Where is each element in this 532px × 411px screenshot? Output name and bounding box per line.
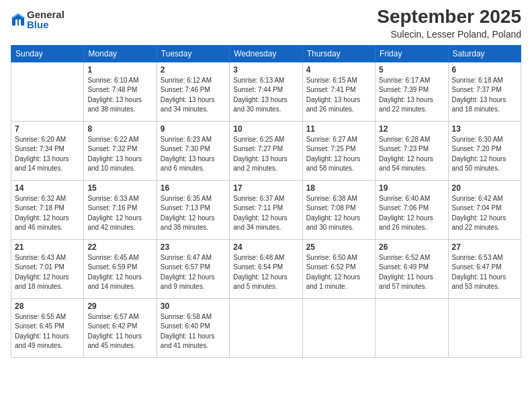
table-row: 10Sunrise: 6:25 AM Sunset: 7:27 PM Dayli… <box>230 121 302 180</box>
day-number: 19 <box>379 183 444 193</box>
table-row: 23Sunrise: 6:47 AM Sunset: 6:57 PM Dayli… <box>157 239 229 298</box>
day-info: Sunrise: 6:17 AM Sunset: 7:39 PM Dayligh… <box>379 76 444 115</box>
calendar-week-row: 7Sunrise: 6:20 AM Sunset: 7:34 PM Daylig… <box>11 121 521 180</box>
calendar-header-row: Sunday Monday Tuesday Wednesday Thursday… <box>11 45 521 62</box>
header: General Blue September 2025 Sulecin, Les… <box>11 7 521 40</box>
col-tuesday: Tuesday <box>157 45 229 62</box>
col-thursday: Thursday <box>302 45 375 62</box>
day-number: 27 <box>452 242 517 252</box>
table-row: 5Sunrise: 6:17 AM Sunset: 7:39 PM Daylig… <box>375 62 448 121</box>
day-info: Sunrise: 6:38 AM Sunset: 7:08 PM Dayligh… <box>306 194 371 233</box>
table-row: 3Sunrise: 6:13 AM Sunset: 7:44 PM Daylig… <box>230 62 302 121</box>
logo-text: General Blue <box>27 9 64 30</box>
col-monday: Monday <box>84 45 157 62</box>
day-info: Sunrise: 6:58 AM Sunset: 6:40 PM Dayligh… <box>161 312 226 351</box>
table-row: 22Sunrise: 6:45 AM Sunset: 6:59 PM Dayli… <box>84 239 157 298</box>
day-number: 29 <box>87 302 152 311</box>
month-title: September 2025 <box>377 7 521 28</box>
table-row: 6Sunrise: 6:18 AM Sunset: 7:37 PM Daylig… <box>448 62 521 121</box>
table-row: 26Sunrise: 6:52 AM Sunset: 6:49 PM Dayli… <box>375 239 448 298</box>
table-row: 7Sunrise: 6:20 AM Sunset: 7:34 PM Daylig… <box>11 121 84 180</box>
table-row: 12Sunrise: 6:28 AM Sunset: 7:23 PM Dayli… <box>375 121 448 180</box>
logo-icon <box>11 12 26 27</box>
day-number: 21 <box>15 242 80 252</box>
day-info: Sunrise: 6:48 AM Sunset: 6:54 PM Dayligh… <box>233 253 298 292</box>
logo-general: General <box>27 9 64 19</box>
day-info: Sunrise: 6:10 AM Sunset: 7:48 PM Dayligh… <box>87 76 152 115</box>
day-number: 13 <box>452 124 517 134</box>
table-row: 24Sunrise: 6:48 AM Sunset: 6:54 PM Dayli… <box>230 239 302 298</box>
day-number: 1 <box>87 65 152 75</box>
table-row: 4Sunrise: 6:15 AM Sunset: 7:41 PM Daylig… <box>302 62 375 121</box>
day-info: Sunrise: 6:43 AM Sunset: 7:01 PM Dayligh… <box>15 253 80 292</box>
day-info: Sunrise: 6:47 AM Sunset: 6:57 PM Dayligh… <box>161 253 226 292</box>
day-number: 17 <box>233 183 298 193</box>
table-row: 13Sunrise: 6:30 AM Sunset: 7:20 PM Dayli… <box>448 121 521 180</box>
day-info: Sunrise: 6:25 AM Sunset: 7:27 PM Dayligh… <box>233 135 298 174</box>
table-row: 18Sunrise: 6:38 AM Sunset: 7:08 PM Dayli… <box>302 180 375 239</box>
svg-rect-2 <box>15 19 17 26</box>
day-number: 10 <box>233 124 298 134</box>
logo-blue: Blue <box>27 19 64 30</box>
day-number: 25 <box>306 242 371 252</box>
day-info: Sunrise: 6:22 AM Sunset: 7:32 PM Dayligh… <box>87 135 152 174</box>
day-info: Sunrise: 6:35 AM Sunset: 7:13 PM Dayligh… <box>161 194 226 233</box>
day-info: Sunrise: 6:40 AM Sunset: 7:06 PM Dayligh… <box>379 194 444 233</box>
page: General Blue September 2025 Sulecin, Les… <box>0 0 532 411</box>
day-info: Sunrise: 6:27 AM Sunset: 7:25 PM Dayligh… <box>306 135 371 174</box>
table-row: 19Sunrise: 6:40 AM Sunset: 7:06 PM Dayli… <box>375 180 448 239</box>
table-row: 17Sunrise: 6:37 AM Sunset: 7:11 PM Dayli… <box>230 180 302 239</box>
col-friday: Friday <box>375 45 448 62</box>
day-info: Sunrise: 6:45 AM Sunset: 6:59 PM Dayligh… <box>87 253 152 292</box>
table-row <box>448 298 521 357</box>
table-row <box>11 62 84 121</box>
day-number: 22 <box>87 242 152 252</box>
day-number: 7 <box>15 124 80 134</box>
day-info: Sunrise: 6:55 AM Sunset: 6:45 PM Dayligh… <box>15 312 80 351</box>
table-row: 15Sunrise: 6:33 AM Sunset: 7:16 PM Dayli… <box>84 180 157 239</box>
day-number: 4 <box>306 65 371 75</box>
day-info: Sunrise: 6:15 AM Sunset: 7:41 PM Dayligh… <box>306 76 371 115</box>
table-row: 21Sunrise: 6:43 AM Sunset: 7:01 PM Dayli… <box>11 239 84 298</box>
day-number: 26 <box>379 242 444 252</box>
day-info: Sunrise: 6:50 AM Sunset: 6:52 PM Dayligh… <box>306 253 371 292</box>
day-number: 12 <box>379 124 444 134</box>
svg-marker-0 <box>12 13 24 26</box>
day-number: 18 <box>306 183 371 193</box>
day-info: Sunrise: 6:57 AM Sunset: 6:42 PM Dayligh… <box>87 312 152 351</box>
table-row: 20Sunrise: 6:42 AM Sunset: 7:04 PM Dayli… <box>448 180 521 239</box>
table-row <box>230 298 302 357</box>
day-info: Sunrise: 6:12 AM Sunset: 7:46 PM Dayligh… <box>161 76 226 115</box>
table-row: 29Sunrise: 6:57 AM Sunset: 6:42 PM Dayli… <box>84 298 157 357</box>
calendar-week-row: 28Sunrise: 6:55 AM Sunset: 6:45 PM Dayli… <box>11 298 521 357</box>
day-number: 20 <box>452 183 517 193</box>
day-number: 2 <box>161 65 226 75</box>
title-block: September 2025 Sulecin, Lesser Poland, P… <box>377 7 521 40</box>
day-number: 23 <box>161 242 226 252</box>
day-info: Sunrise: 6:53 AM Sunset: 6:47 PM Dayligh… <box>452 253 517 292</box>
day-number: 14 <box>15 183 80 193</box>
table-row: 25Sunrise: 6:50 AM Sunset: 6:52 PM Dayli… <box>302 239 375 298</box>
day-info: Sunrise: 6:20 AM Sunset: 7:34 PM Dayligh… <box>15 135 80 174</box>
day-info: Sunrise: 6:42 AM Sunset: 7:04 PM Dayligh… <box>452 194 517 233</box>
col-saturday: Saturday <box>448 45 521 62</box>
table-row: 8Sunrise: 6:22 AM Sunset: 7:32 PM Daylig… <box>84 121 157 180</box>
day-number: 30 <box>161 302 226 311</box>
day-info: Sunrise: 6:18 AM Sunset: 7:37 PM Dayligh… <box>452 76 517 115</box>
table-row: 2Sunrise: 6:12 AM Sunset: 7:46 PM Daylig… <box>157 62 229 121</box>
svg-rect-3 <box>19 19 21 26</box>
calendar-week-row: 21Sunrise: 6:43 AM Sunset: 7:01 PM Dayli… <box>11 239 521 298</box>
day-number: 16 <box>161 183 226 193</box>
logo: General Blue <box>11 9 64 30</box>
day-number: 28 <box>15 302 80 311</box>
col-wednesday: Wednesday <box>230 45 302 62</box>
day-info: Sunrise: 6:32 AM Sunset: 7:18 PM Dayligh… <box>15 194 80 233</box>
table-row: 1Sunrise: 6:10 AM Sunset: 7:48 PM Daylig… <box>84 62 157 121</box>
day-number: 8 <box>87 124 152 134</box>
table-row: 27Sunrise: 6:53 AM Sunset: 6:47 PM Dayli… <box>448 239 521 298</box>
table-row: 16Sunrise: 6:35 AM Sunset: 7:13 PM Dayli… <box>157 180 229 239</box>
table-row <box>375 298 448 357</box>
day-info: Sunrise: 6:30 AM Sunset: 7:20 PM Dayligh… <box>452 135 517 174</box>
table-row: 30Sunrise: 6:58 AM Sunset: 6:40 PM Dayli… <box>157 298 229 357</box>
table-row: 14Sunrise: 6:32 AM Sunset: 7:18 PM Dayli… <box>11 180 84 239</box>
